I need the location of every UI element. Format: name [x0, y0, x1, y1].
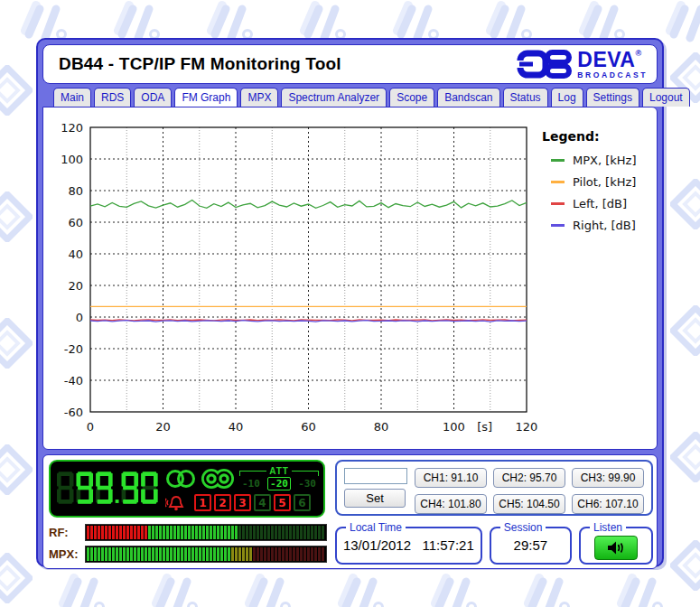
svg-text:-20: -20: [64, 342, 83, 356]
stereo-swirl-icon: [200, 467, 236, 490]
preset-button-ch4[interactable]: CH4: 101.80: [415, 494, 487, 514]
preset-button-ch1[interactable]: CH1: 91.10: [415, 468, 487, 488]
tab-logout[interactable]: Logout: [642, 88, 690, 107]
diamond-watermark-icon: [670, 432, 700, 482]
deva-watermark-icon: [54, 567, 112, 607]
svg-text:0: 0: [87, 420, 94, 434]
listen-button[interactable]: [594, 536, 638, 560]
bottom-panel: ATT -10-20-30 123456: [42, 454, 658, 569]
legend-label: Left, [dB]: [573, 197, 627, 210]
frequency-display: [57, 466, 163, 509]
tab-fm-graph[interactable]: FM Graph: [174, 88, 238, 107]
svg-text:40: 40: [68, 247, 83, 261]
att-label: ATT: [266, 466, 292, 476]
tab-log[interactable]: Log: [551, 88, 583, 107]
svg-text:40: 40: [229, 420, 244, 434]
deva-watermark-icon: [612, 567, 670, 607]
diamond-watermark-icon: [0, 444, 33, 495]
legend-label: Pilot, [kHz]: [573, 175, 636, 189]
legend-item: Pilot, [kHz]: [551, 175, 656, 189]
level-meters: RF: MPX:: [49, 524, 327, 563]
deva-watermark-icon: [519, 567, 577, 607]
diamond-watermark-icon: [0, 191, 33, 242]
page-title: DB44 - TCP/IP FM Monitoring Tool: [59, 54, 341, 74]
alarm-indicator-1: 1: [194, 494, 211, 511]
led-display-panel: ATT -10-20-30 123456: [49, 460, 325, 518]
mpx-meter-bar: [85, 546, 327, 563]
legend-item: MPX, [kHz]: [551, 154, 656, 167]
svg-text:100: 100: [61, 153, 83, 166]
tab-spectrum-analyzer[interactable]: Spectrum Analyzer: [281, 88, 387, 107]
frequency-input[interactable]: [344, 468, 407, 484]
preset-button-ch2[interactable]: CH2: 95.70: [493, 468, 565, 488]
legend-swatch: [551, 181, 565, 183]
speaker-icon: [607, 540, 626, 556]
svg-text:20: 20: [155, 420, 171, 434]
legend-label: MPX, [kHz]: [573, 154, 637, 167]
alarm-bell-icon: [165, 494, 187, 512]
diamond-watermark-icon: [670, 179, 700, 229]
session-label: Session: [500, 521, 546, 534]
tab-oda[interactable]: ODA: [134, 88, 172, 107]
deva-monogram-icon: [517, 49, 573, 79]
listen-label: Listen: [590, 521, 626, 534]
deva-logo: DEVA® BROADCAST: [517, 49, 648, 79]
chart-legend: Legend: MPX, [kHz]Pilot, [kHz]Left, [dB]…: [542, 129, 656, 240]
alarm-indicator-6: 6: [294, 494, 311, 511]
tab-settings[interactable]: Settings: [586, 88, 639, 107]
alarm-indicator-3: 3: [234, 494, 251, 511]
session-fieldset: Session 29:57: [490, 521, 572, 565]
local-time-fieldset: Local Time 13/01/2012 11:57:21: [335, 521, 482, 565]
svg-text:60: 60: [301, 420, 316, 434]
tab-scope[interactable]: Scope: [389, 88, 434, 107]
stereo-rings-icon: [165, 468, 196, 490]
alarm-indicator-2: 2: [214, 494, 231, 511]
deva-watermark-icon: [16, 0, 74, 43]
diamond-watermark-icon: [0, 65, 33, 116]
svg-text:80: 80: [68, 184, 83, 198]
tab-mpx[interactable]: MPX: [240, 88, 278, 107]
svg-text:20: 20: [68, 279, 83, 293]
deva-watermark-icon: [333, 567, 391, 607]
svg-text:100: 100: [443, 420, 465, 434]
legend-swatch: [551, 224, 565, 227]
tab-status[interactable]: Status: [503, 88, 548, 107]
chart-panel: 120100806040200-20-40-60020406080100120[…: [42, 107, 658, 450]
alarm-indicator-4: 4: [254, 494, 271, 511]
deva-watermark-icon: [109, 0, 167, 43]
att-block: ATT -10-20-30: [239, 466, 319, 490]
legend-item: Left, [dB]: [551, 197, 656, 210]
att-option--10: -10: [239, 477, 263, 490]
rf-meter-bar: [85, 524, 327, 541]
tab-main[interactable]: Main: [53, 88, 91, 107]
svg-text:60: 60: [68, 216, 83, 229]
preset-button-ch6[interactable]: CH6: 107.10: [572, 494, 644, 514]
deva-sub: BROADCAST: [577, 71, 648, 79]
svg-text:[s]: [s]: [477, 420, 492, 434]
preset-button-ch5[interactable]: CH5: 104.50: [493, 494, 565, 514]
tab-bandscan[interactable]: Bandscan: [437, 88, 499, 107]
deva-watermark-icon: [481, 0, 539, 43]
svg-text:-60: -60: [64, 406, 83, 419]
rf-meter-label: RF:: [49, 526, 85, 539]
deva-watermark-icon: [295, 0, 353, 43]
tuner-panel: Set CH1: 91.10CH2: 95.70CH3: 99.90CH4: 1…: [335, 460, 653, 516]
main-frame: DB44 - TCP/IP FM Monitoring Tool DEVA® B…: [36, 38, 664, 567]
preset-button-ch3[interactable]: CH3: 99.90: [572, 468, 644, 488]
diamond-watermark-icon: [0, 318, 33, 369]
svg-text:0: 0: [76, 311, 83, 324]
deva-watermark-icon: [661, 0, 700, 43]
legend-title: Legend:: [542, 129, 656, 144]
att-option--30: -30: [295, 477, 319, 490]
tab-rds[interactable]: RDS: [94, 88, 131, 107]
legend-swatch: [551, 202, 565, 205]
deva-watermark-icon: [574, 0, 632, 43]
alarm-indicator-5: 5: [274, 494, 291, 511]
att-option--20: -20: [267, 477, 291, 490]
deva-watermark-icon: [202, 0, 260, 43]
registered-mark: ®: [635, 49, 641, 58]
set-button[interactable]: Set: [344, 489, 406, 508]
svg-text:120: 120: [61, 121, 83, 135]
svg-text:80: 80: [374, 420, 389, 434]
svg-text:-40: -40: [64, 374, 83, 388]
